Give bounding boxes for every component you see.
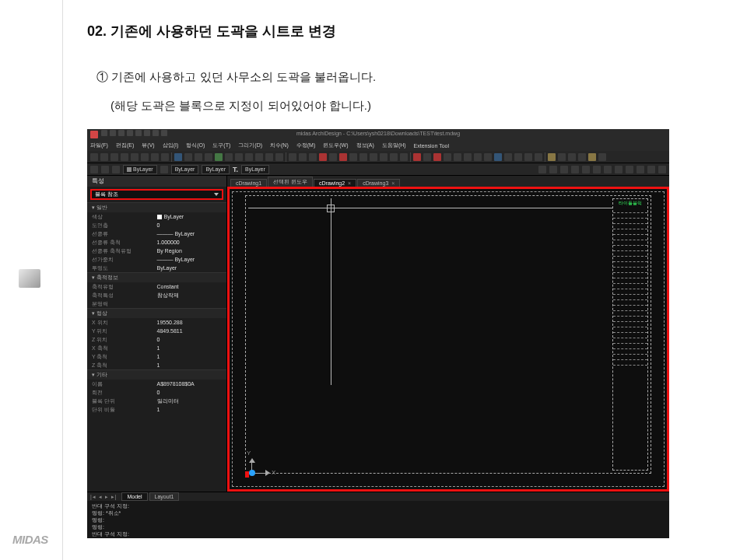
property-value[interactable]: 0 [157,337,223,342]
toolbar-icon[interactable] [578,153,586,161]
drawing-canvas[interactable]: 타이틀블럭 Y X [227,187,669,492]
quick-access-toolbar[interactable] [101,130,167,136]
property-group[interactable]: ▾ 형상 [87,308,226,318]
qat-icon[interactable] [110,130,116,136]
toolbar-icon[interactable] [121,153,128,161]
toolbar-icon[interactable] [474,153,482,161]
toolbar-icon[interactable] [161,153,169,161]
toolbar-icon[interactable] [390,153,398,161]
qat-icon[interactable] [118,130,124,136]
toolbar-icon[interactable] [535,153,542,161]
menu-item[interactable]: 파일(F) [90,142,108,149]
toolbar-icon[interactable] [299,153,307,161]
property-value[interactable]: 참상작제 [157,292,223,299]
qat-icon[interactable] [153,130,159,136]
layout-tab-model[interactable]: Model [121,492,147,501]
property-row[interactable]: 축적유형Constant [87,282,226,291]
toolbar-icon[interactable] [400,153,408,161]
toolbar-icon[interactable] [558,153,566,161]
toolbar-icon[interactable] [141,153,149,161]
property-row[interactable]: X 위치19550.288 [87,318,226,327]
property-value[interactable]: 0 [157,222,223,228]
menu-item[interactable]: 편집(E) [116,142,134,149]
qat-icon[interactable] [161,130,167,136]
toolbar-icon[interactable] [309,153,317,161]
toolbar-icon[interactable] [514,153,522,161]
drawing-tab[interactable]: cDrawing1 [230,179,267,187]
property-row[interactable]: 도면층0 [87,221,226,229]
layout-tab[interactable]: Layout1 [149,492,180,501]
layer-icon[interactable] [90,166,98,173]
toolbar-icon[interactable] [235,153,243,161]
menu-item[interactable]: 도움말(H) [382,142,406,149]
toolbar-icon[interactable] [538,166,546,173]
text-tool-icon[interactable]: T. [233,166,238,173]
toolbar-icon[interactable] [504,153,512,161]
property-value[interactable]: ByLayer [157,214,223,219]
toolbar-icon[interactable] [571,166,579,173]
layer-icon[interactable] [112,166,120,173]
menu-item[interactable]: 도구(T) [212,142,230,149]
drawing-tab[interactable]: cDrawing2× [314,179,356,187]
property-row[interactable]: 블록 단위밀리미터 [87,397,226,405]
layer-color-select[interactable]: ByLayer [123,165,157,174]
property-row[interactable]: 투명도ByLayer [87,264,226,272]
toolbar-icon[interactable] [568,153,576,161]
layer-icon[interactable] [160,166,168,173]
property-value[interactable]: 밀리미터 [157,397,223,405]
toolbar-icon[interactable] [423,153,431,161]
toolbar-icon[interactable] [464,153,472,161]
layer-linetype-select[interactable]: ByLayer [171,165,199,174]
toolbar-icon[interactable] [205,153,212,161]
toolbar-icon[interactable] [582,166,590,173]
property-value[interactable]: A$8978108$0A [157,381,223,387]
toolbar-icon[interactable] [215,153,223,161]
cad-menubar[interactable]: 파일(F) 편집(E) 뷰(V) 삽입(I) 형식(O) 도구(T) 그리기(D… [87,140,669,151]
drawing-tab[interactable]: cDrawing3× [357,179,400,187]
property-value[interactable]: Constant [157,284,223,289]
property-row[interactable]: 색상ByLayer [87,212,226,221]
toolbar-icon[interactable] [289,153,296,161]
main-toolbar[interactable] [87,151,669,163]
property-value[interactable]: ——— ByLayer [157,257,223,262]
toolbar-icon[interactable] [225,153,233,161]
toolbar-icon[interactable] [349,153,357,161]
toolbar-icon[interactable] [433,153,441,161]
menu-item[interactable]: 뷰(V) [142,142,154,149]
toolbar-icon[interactable] [549,166,557,173]
menu-item[interactable]: 정보(A) [356,142,374,149]
close-icon[interactable]: × [391,180,395,186]
menu-item[interactable]: Extension Tool [414,143,449,149]
layout-nav-icon[interactable]: |◂ ◂ ▸ ▸| [90,494,117,500]
drawing-tabs[interactable]: cDrawing1 선택된 윈도우 cDrawing2× cDrawing3× [227,176,669,187]
property-group[interactable]: ▾ 축적정보 [87,272,226,282]
property-row[interactable]: Y 위치4849.5811 [87,327,226,335]
toolbar-icon[interactable] [255,153,263,161]
toolbar-icon[interactable] [484,153,492,161]
property-group[interactable]: ▾ 기타 [87,369,226,380]
toolbar-icon[interactable] [604,166,612,173]
property-row[interactable]: 선종류——— ByLayer [87,229,226,238]
property-value[interactable]: ByLayer [157,265,223,271]
property-row[interactable]: 이름A$8978108$0A [87,380,226,388]
toolbar-icon[interactable] [339,153,347,161]
toolbar-icon[interactable] [174,153,182,161]
toolbar-icon[interactable] [524,153,532,161]
property-row[interactable]: Y 축척1 [87,352,226,361]
property-row[interactable]: 선종류 축척유형By Region [87,247,226,255]
toolbar-icon[interactable] [637,166,644,173]
toolbar-icon[interactable] [245,153,253,161]
toolbar-icon[interactable] [370,153,377,161]
toolbar-icon[interactable] [100,153,108,161]
property-row[interactable]: 선가중치——— ByLayer [87,255,226,264]
toolbar-icon[interactable] [626,166,633,173]
property-row[interactable]: Z 축척1 [87,361,226,369]
toolbar-icon[interactable] [184,153,192,161]
property-row[interactable]: 회전0 [87,388,226,397]
property-value[interactable]: 4849.5811 [157,328,223,334]
toolbar-icon[interactable] [598,153,606,161]
toolbar-icon[interactable] [110,153,118,161]
toolbar-icon[interactable] [593,166,601,173]
toolbar-icon[interactable] [131,153,139,161]
toolbar-icon[interactable] [494,153,502,161]
